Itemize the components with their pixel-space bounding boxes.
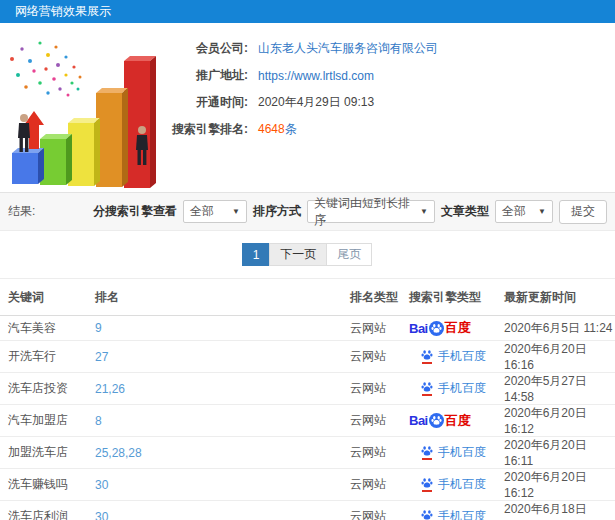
engine-filter-value: 全部 (190, 203, 214, 220)
table-row: 洗车赚钱吗 30 云网站 手机百度 2020年6月20日 16:12 (0, 469, 615, 501)
engine-filter-label: 分搜索引擎查看 (93, 203, 177, 220)
update-time-cell: 2020年6月20日 16:11 (496, 437, 615, 469)
mobile-baidu-logo: 手机百度 (421, 444, 486, 461)
results-table-section: 关键词 排名 排名类型 搜索引擎类型 最新更新时间 汽车美容 9 云网站 Bai… (0, 278, 615, 520)
header-rank: 排名 (87, 279, 342, 316)
baidu-logo-bai: Bai (409, 413, 428, 428)
baidu-logo: Bai 百度 (409, 412, 471, 430)
table-row: 开洗车行 27 云网站 手机百度 2020年6月20日 16:16 (0, 341, 615, 373)
update-time-cell: 2020年6月20日 16:12 (496, 405, 615, 437)
mobile-baidu-logo: 手机百度 (421, 508, 486, 520)
mobile-baidu-label: 手机百度 (438, 508, 486, 520)
pagination: 1 下一页 尾页 (0, 231, 615, 278)
summary-section: 会员公司: 山东老人头汽车服务咨询有限公司 推广地址: https://www.… (0, 23, 615, 192)
baidu-logo-cn: 百度 (445, 412, 471, 430)
table-row: 加盟洗车店 25,28,28 云网站 手机百度 2020年6月20日 16:11 (0, 437, 615, 469)
confetti-dots (10, 41, 82, 96)
mobile-baidu-underline (422, 394, 432, 396)
rank-type-cell: 云网站 (342, 469, 401, 501)
keyword-cell: 加盟洗车店 (0, 437, 87, 469)
update-time-cell: 2020年6月20日 16:12 (496, 469, 615, 501)
keyword-cell: 汽车美容 (0, 316, 87, 341)
mobile-baidu-label: 手机百度 (438, 476, 486, 493)
top-title-bar: 网络营销效果展示 (0, 0, 615, 23)
next-page-button[interactable]: 下一页 (269, 243, 327, 266)
chevron-down-icon: ▼ (420, 207, 428, 216)
page-title: 网络营销效果展示 (15, 4, 111, 18)
rank-type-cell: 云网站 (342, 341, 401, 373)
rank-cell: 30 (87, 469, 342, 501)
table-row: 洗车店利润 30 云网站 手机百度 2020年6月18日 14:27 (0, 501, 615, 520)
mobile-baidu-paw-icon (421, 445, 433, 460)
company-link[interactable]: 山东老人头汽车服务咨询有限公司 (258, 40, 438, 57)
rank-cell: 30 (87, 501, 342, 520)
sort-filter-value: 关键词由短到长排序 (314, 195, 412, 229)
info-row-rank-count: 搜索引擎排名: 4648条 (160, 116, 438, 143)
chevron-down-icon: ▼ (538, 207, 546, 216)
baidu-logo: Bai 百度 (409, 319, 471, 337)
page-button-1[interactable]: 1 (242, 243, 271, 266)
open-time-label: 开通时间: (160, 94, 248, 111)
rank-count-value: 4648条 (258, 121, 297, 138)
promo-url-link[interactable]: https://www.lrtlsd.com (258, 69, 374, 83)
baidu-logo-cn: 百度 (445, 319, 471, 337)
engine-type-cell: 手机百度 (401, 437, 496, 469)
sort-filter-select[interactable]: 关键词由短到长排序 ▼ (307, 200, 435, 223)
keyword-cell: 开洗车行 (0, 341, 87, 373)
rank-type-cell: 云网站 (342, 437, 401, 469)
sort-filter-label: 排序方式 (253, 203, 301, 220)
header-keyword: 关键词 (0, 279, 87, 316)
type-filter-select[interactable]: 全部 ▼ (495, 200, 553, 223)
open-time-value: 2020年4月29日 09:13 (258, 94, 374, 111)
keyword-cell: 汽车加盟店 (0, 405, 87, 437)
mobile-baidu-paw-icon (421, 381, 433, 396)
rank-cell: 25,28,28 (87, 437, 342, 469)
engine-filter-select[interactable]: 全部 ▼ (183, 200, 247, 223)
update-time-cell: 2020年6月18日 14:27 (496, 501, 615, 520)
mobile-baidu-underline (422, 490, 432, 492)
rank-cell: 8 (87, 405, 342, 437)
mobile-baidu-label: 手机百度 (438, 380, 486, 397)
baidu-logo-bai: Bai (409, 321, 428, 336)
promo-url-label: 推广地址: (160, 67, 248, 84)
rank-count-number: 4648 (258, 122, 285, 136)
submit-button[interactable]: 提交 (559, 200, 607, 224)
mobile-baidu-paw-icon (421, 477, 433, 492)
mobile-baidu-paw-icon (421, 349, 433, 364)
table-row: 洗车店投资 21,26 云网站 手机百度 2020年5月27日 14:58 (0, 373, 615, 405)
member-info: 会员公司: 山东老人头汽车服务咨询有限公司 推广地址: https://www.… (160, 35, 438, 143)
rank-type-cell: 云网站 (342, 373, 401, 405)
bar-yellow (68, 118, 100, 186)
page: 网络营销效果展示 (0, 0, 615, 520)
type-filter-label: 文章类型 (441, 203, 489, 220)
rank-type-cell: 云网站 (342, 405, 401, 437)
engine-type-cell: 手机百度 (401, 469, 496, 501)
company-label: 会员公司: (160, 40, 248, 57)
bar-orange (96, 88, 128, 187)
result-label: 结果: (8, 203, 35, 220)
last-page-button[interactable]: 尾页 (326, 243, 372, 266)
bar-green (40, 134, 72, 185)
header-engine-type: 搜索引擎类型 (401, 279, 496, 316)
engine-type-cell: 手机百度 (401, 501, 496, 520)
mobile-baidu-logo: 手机百度 (421, 380, 486, 397)
update-time-cell: 2020年6月5日 11:24 (496, 316, 615, 341)
table-header-row: 关键词 排名 排名类型 搜索引擎类型 最新更新时间 (0, 279, 615, 316)
info-row-company: 会员公司: 山东老人头汽车服务咨询有限公司 (160, 35, 438, 62)
keyword-cell: 洗车赚钱吗 (0, 469, 87, 501)
chevron-down-icon: ▼ (232, 207, 240, 216)
bar-blue (12, 148, 44, 184)
info-row-open-time: 开通时间: 2020年4月29日 09:13 (160, 89, 438, 116)
mobile-baidu-label: 手机百度 (438, 444, 486, 461)
rank-type-cell: 云网站 (342, 316, 401, 341)
mobile-baidu-logo: 手机百度 (421, 348, 486, 365)
keyword-cell: 洗车店投资 (0, 373, 87, 405)
mobile-baidu-logo: 手机百度 (421, 476, 486, 493)
rank-cell: 21,26 (87, 373, 342, 405)
table-row: 汽车美容 9 云网站 Bai 百度 2020年6月5日 11:24 (0, 316, 615, 341)
engine-type-cell: 手机百度 (401, 341, 496, 373)
mobile-baidu-underline (422, 458, 432, 460)
type-filter-value: 全部 (502, 203, 526, 220)
update-time-cell: 2020年5月27日 14:58 (496, 373, 615, 405)
bar-chart-illustration (0, 31, 180, 189)
